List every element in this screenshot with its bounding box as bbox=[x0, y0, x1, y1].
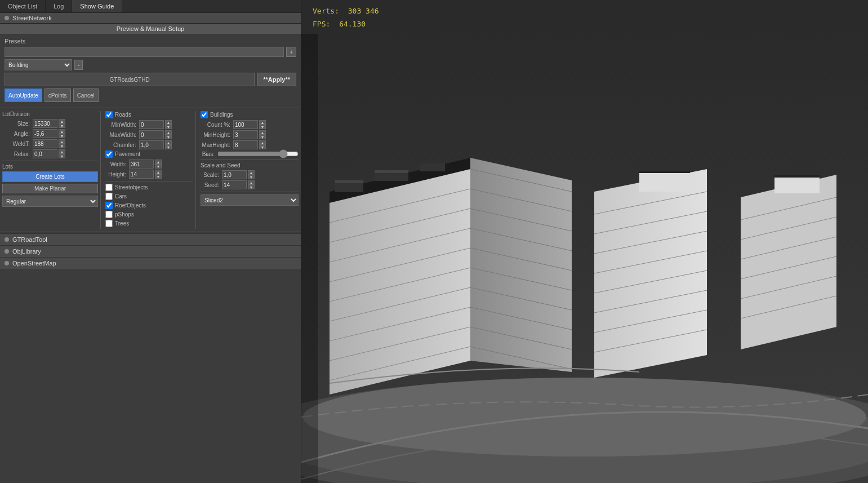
apply-button[interactable]: **Apply** bbox=[257, 73, 296, 86]
count-spinner[interactable]: ▲ ▼ bbox=[259, 120, 266, 129]
pshops-checkbox[interactable] bbox=[105, 211, 113, 218]
create-lots-button[interactable]: Create Lots bbox=[2, 171, 98, 182]
verts-value: 303 346 bbox=[348, 7, 379, 15]
presets-add-button[interactable]: + bbox=[286, 47, 296, 57]
road-height-down[interactable]: ▼ bbox=[155, 174, 162, 179]
max-width-spinner[interactable]: ▲ ▼ bbox=[165, 130, 172, 139]
3d-viewport[interactable]: Verts: 303 346 FPS: 64.130 bbox=[301, 0, 868, 483]
road-height-up[interactable]: ▲ bbox=[155, 170, 162, 174]
road-height-input[interactable] bbox=[129, 170, 154, 179]
streetobjects-checkbox[interactable] bbox=[105, 184, 113, 191]
scale-row: Scale: ▲ ▼ bbox=[201, 170, 299, 179]
tab-log[interactable]: Log bbox=[46, 0, 72, 12]
angle-input[interactable] bbox=[33, 129, 57, 138]
scale-up[interactable]: ▲ bbox=[248, 170, 255, 175]
seed-input[interactable] bbox=[222, 180, 247, 189]
section-title: Preview & Manual Setup bbox=[0, 24, 301, 34]
road-height-label: Height: bbox=[105, 171, 128, 178]
scale-input[interactable] bbox=[222, 170, 247, 179]
verts-stat: Verts: 303 346 bbox=[313, 5, 379, 17]
roofobjects-checkbox[interactable] bbox=[105, 202, 113, 209]
weld-input[interactable] bbox=[33, 139, 57, 148]
min-width-down[interactable]: ▼ bbox=[165, 125, 172, 129]
cancel-button[interactable]: Cancel bbox=[73, 88, 99, 102]
seed-down[interactable]: ▼ bbox=[248, 185, 255, 189]
road-width-input[interactable] bbox=[129, 159, 154, 169]
open-street-map-section[interactable]: OpenStreetMap bbox=[0, 257, 301, 269]
count-up[interactable]: ▲ bbox=[259, 120, 266, 125]
min-height-down[interactable]: ▼ bbox=[259, 135, 266, 139]
min-width-input[interactable] bbox=[139, 120, 164, 129]
max-height-spinner[interactable]: ▲ ▼ bbox=[259, 140, 266, 149]
buildings-label: Buildings bbox=[210, 112, 233, 118]
make-planar-button[interactable]: Make Planar bbox=[2, 184, 98, 193]
panel-dot bbox=[5, 16, 9, 20]
svg-rect-29 bbox=[375, 170, 408, 173]
weld-spinner[interactable]: ▲ ▼ bbox=[59, 139, 65, 148]
size-input[interactable] bbox=[33, 119, 57, 128]
seed-row: Seed: ▲ ▼ bbox=[201, 180, 299, 189]
max-width-down[interactable]: ▼ bbox=[165, 135, 172, 139]
relax-spinner[interactable]: ▲ ▼ bbox=[59, 149, 65, 158]
verts-label: Verts: bbox=[313, 7, 339, 15]
max-width-input[interactable] bbox=[139, 130, 164, 139]
trees-checkbox[interactable] bbox=[105, 220, 113, 227]
angle-down-arrow[interactable]: ▼ bbox=[59, 134, 65, 138]
tab-show-guide[interactable]: Show Guide bbox=[72, 0, 122, 12]
count-down[interactable]: ▼ bbox=[259, 125, 266, 129]
chamfer-input[interactable] bbox=[139, 140, 164, 149]
regular-dropdown[interactable]: Regular bbox=[2, 196, 98, 207]
tab-object-list[interactable]: Object List bbox=[0, 0, 46, 12]
presets-remove-button[interactable]: - bbox=[74, 60, 83, 70]
buildings-checkbox[interactable] bbox=[201, 111, 208, 118]
size-row: Size: ▲ ▼ bbox=[2, 119, 98, 128]
bias-slider[interactable] bbox=[217, 150, 299, 157]
angle-spinner[interactable]: ▲ ▼ bbox=[59, 129, 65, 138]
max-height-down[interactable]: ▼ bbox=[259, 145, 266, 149]
road-width-row: Width: ▲ ▼ bbox=[105, 159, 193, 169]
min-width-spinner[interactable]: ▲ ▼ bbox=[165, 120, 172, 129]
open-street-map-dot bbox=[5, 261, 9, 265]
weld-up-arrow[interactable]: ▲ bbox=[59, 139, 65, 144]
relax-down-arrow[interactable]: ▼ bbox=[59, 154, 65, 158]
size-spinner[interactable]: ▲ ▼ bbox=[59, 119, 65, 128]
min-height-input[interactable] bbox=[233, 130, 258, 139]
presets-dropdown[interactable]: Building bbox=[5, 59, 72, 70]
cars-checkbox[interactable] bbox=[105, 193, 113, 200]
angle-up-arrow[interactable]: ▲ bbox=[59, 129, 65, 134]
max-width-up[interactable]: ▲ bbox=[165, 130, 172, 135]
count-input[interactable] bbox=[233, 120, 258, 129]
cars-label: Cars bbox=[115, 193, 127, 200]
chamfer-down[interactable]: ▼ bbox=[165, 145, 172, 149]
autoupdate-button[interactable]: AutoUpdate bbox=[5, 88, 42, 102]
gt-road-tool-section[interactable]: GTRoadTool bbox=[0, 233, 301, 245]
seed-spinner[interactable]: ▲ ▼ bbox=[248, 180, 255, 189]
cpoints-button[interactable]: cPoints bbox=[44, 88, 71, 102]
min-width-row: MinWidth: ▲ ▼ bbox=[105, 120, 193, 129]
presets-input[interactable] bbox=[5, 47, 284, 57]
seed-up[interactable]: ▲ bbox=[248, 180, 255, 185]
relax-input[interactable] bbox=[33, 149, 57, 158]
min-height-spinner[interactable]: ▲ ▼ bbox=[259, 130, 266, 139]
scale-spinner[interactable]: ▲ ▼ bbox=[248, 170, 255, 179]
roads-checkbox[interactable] bbox=[105, 111, 113, 118]
min-height-up[interactable]: ▲ bbox=[259, 130, 266, 135]
road-height-spinner[interactable]: ▲ ▼ bbox=[155, 170, 162, 179]
max-height-input[interactable] bbox=[233, 140, 258, 149]
relax-up-arrow[interactable]: ▲ bbox=[59, 149, 65, 154]
weld-down-arrow[interactable]: ▼ bbox=[59, 144, 65, 148]
svg-rect-28 bbox=[375, 172, 408, 181]
road-width-spinner[interactable]: ▲ ▼ bbox=[155, 159, 162, 169]
obj-library-section[interactable]: ObjLibrary bbox=[0, 245, 301, 257]
size-down-arrow[interactable]: ▼ bbox=[59, 123, 65, 128]
min-width-up[interactable]: ▲ bbox=[165, 120, 172, 125]
size-up-arrow[interactable]: ▲ bbox=[59, 119, 65, 123]
road-width-up[interactable]: ▲ bbox=[155, 159, 162, 164]
sliced-dropdown[interactable]: Sliced2 bbox=[201, 194, 299, 206]
scale-down[interactable]: ▼ bbox=[248, 175, 255, 179]
road-width-down[interactable]: ▼ bbox=[155, 164, 162, 169]
pavement-checkbox[interactable] bbox=[105, 150, 113, 158]
chamfer-spinner[interactable]: ▲ ▼ bbox=[165, 140, 172, 149]
max-height-up[interactable]: ▲ bbox=[259, 140, 266, 145]
chamfer-up[interactable]: ▲ bbox=[165, 140, 172, 145]
